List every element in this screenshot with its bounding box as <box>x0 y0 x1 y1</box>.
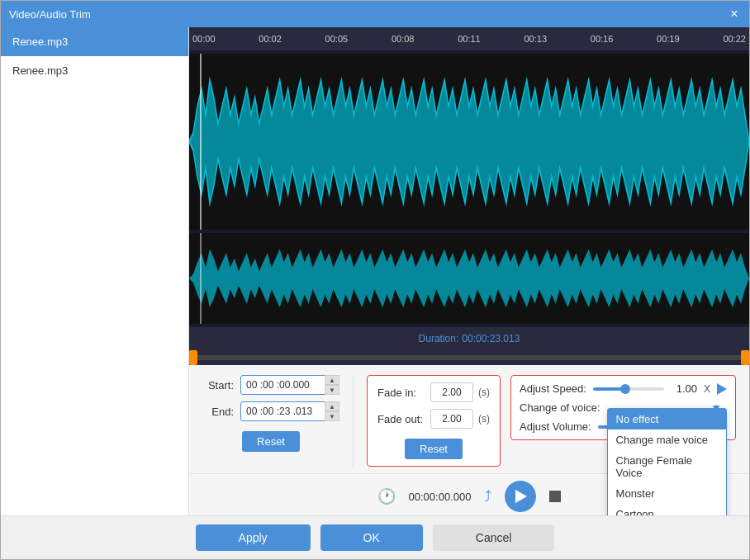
sidebar-item-0[interactable]: Renee.mp3 <box>1 27 188 56</box>
voice-option-no-effect[interactable]: No effect <box>608 409 726 429</box>
fade-out-row: Fade out: (s) <box>377 409 490 429</box>
fade-out-label: Fade out: <box>377 413 425 425</box>
voice-option-monster[interactable]: Monster <box>608 483 726 504</box>
speed-play-icon <box>717 383 727 395</box>
divider-1 <box>353 375 354 467</box>
ruler-mark-5: 00:13 <box>524 34 547 44</box>
voice-option-male[interactable]: Change male voice <box>608 429 726 450</box>
progress-bar-track <box>189 355 749 360</box>
speed-slider-thumb[interactable] <box>620 384 630 394</box>
speed-play-button[interactable] <box>717 383 727 395</box>
clock-icon: 🕐 <box>377 487 396 505</box>
sidebar-item-1[interactable]: Renee.mp3 <box>1 56 188 85</box>
voice-option-female[interactable]: Change Female Voice <box>608 450 726 483</box>
sidebar-item-label-0: Renee.mp3 <box>12 36 68 48</box>
sidebar: Renee.mp3 Renee.mp3 <box>1 27 189 515</box>
fade-in-row: Fade in: (s) <box>377 382 490 402</box>
right-section: Adjust Speed: 1.00 X <box>510 375 736 440</box>
close-button[interactable]: × <box>728 7 741 21</box>
ruler-mark-1: 00:02 <box>259 34 282 44</box>
start-end-section: Start: ▲ ▼ End: <box>202 375 339 452</box>
waveform-top <box>189 54 749 230</box>
progress-bar-container[interactable] <box>189 350 749 365</box>
trim-handle-right[interactable] <box>741 350 749 365</box>
end-spin-up[interactable]: ▲ <box>325 401 339 411</box>
speed-unit: X <box>704 383 710 395</box>
playback-time: 00:00:00.000 <box>409 491 472 503</box>
trim-handle-left[interactable] <box>189 350 197 365</box>
reset-fade-button[interactable]: Reset <box>405 439 463 459</box>
start-spin-up[interactable]: ▲ <box>325 375 339 385</box>
ruler-marks: 00:00 00:02 00:05 00:08 00:11 00:13 00:1… <box>192 34 746 44</box>
start-label: Start: <box>202 379 234 392</box>
fade-out-unit: (s) <box>478 413 490 425</box>
end-spin-buttons: ▲ ▼ <box>325 401 339 421</box>
sidebar-item-label-1: Renee.mp3 <box>12 64 68 77</box>
ok-button[interactable]: OK <box>320 524 423 551</box>
reset-start-end-button[interactable]: Reset <box>242 431 300 452</box>
speed-label: Adjust Speed: <box>520 382 586 395</box>
speed-row: Adjust Speed: 1.00 X <box>520 382 727 395</box>
timeline-ruler: 00:00 00:02 00:05 00:08 00:11 00:13 00:1… <box>189 27 749 50</box>
main-window: Video/Audio Trim × Renee.mp3 Renee.mp3 0… <box>0 0 750 560</box>
export-icon[interactable]: ⤴ <box>484 488 491 505</box>
fade-in-label: Fade in: <box>377 387 425 399</box>
fade-in-input[interactable] <box>430 382 473 402</box>
end-label: End: <box>202 406 234 418</box>
titlebar: Video/Audio Trim × <box>1 1 749 27</box>
bottom-panel: Start: ▲ ▼ End: <box>189 365 749 515</box>
duration-label: Duration: <box>419 333 459 344</box>
stop-button[interactable] <box>549 491 561 502</box>
duration-bar: Duration: 00:00:23.013 <box>189 327 749 350</box>
fade-out-input[interactable] <box>430 409 473 429</box>
start-spin-buttons: ▲ ▼ <box>325 375 339 395</box>
waveform-top-svg <box>189 54 749 230</box>
volume-label: Adjust Volume: <box>520 420 591 433</box>
voice-label: Change of voice: <box>520 401 600 414</box>
start-row: Start: ▲ ▼ <box>202 375 339 395</box>
fade-in-unit: (s) <box>478 387 490 398</box>
start-input-wrapper: ▲ ▼ <box>240 375 339 395</box>
cancel-button[interactable]: Cancel <box>433 524 555 551</box>
waveform-area <box>189 50 749 327</box>
ruler-mark-6: 00:16 <box>591 34 614 44</box>
main-area: 00:00 00:02 00:05 00:08 00:11 00:13 00:1… <box>189 27 749 515</box>
voice-dropdown: No effect Change male voice Change Femal… <box>607 408 727 516</box>
play-triangle-icon <box>515 490 527 503</box>
ruler-mark-0: 00:00 <box>192 34 216 44</box>
waveform-bottom-svg <box>189 233 749 324</box>
ruler-mark-7: 00:19 <box>657 34 680 44</box>
apply-button[interactable]: Apply <box>196 524 311 551</box>
window-title: Video/Audio Trim <box>9 8 91 21</box>
ruler-mark-2: 00:05 <box>325 34 349 44</box>
end-row: End: ▲ ▼ <box>202 401 339 421</box>
content-area: Renee.mp3 Renee.mp3 00:00 00:02 00:05 00… <box>1 27 749 515</box>
voice-dropdown-scroll: No effect Change male voice Change Femal… <box>608 409 726 516</box>
ruler-mark-3: 00:08 <box>392 34 415 44</box>
ruler-mark-8: 00:22 <box>723 34 746 44</box>
ruler-mark-4: 00:11 <box>458 34 481 44</box>
speed-value: 1.00 <box>671 382 697 395</box>
end-spin-down[interactable]: ▼ <box>325 411 339 421</box>
controls-row: Start: ▲ ▼ End: <box>189 365 749 473</box>
end-input-wrapper: ▲ ▼ <box>240 401 339 421</box>
play-button[interactable] <box>505 481 536 512</box>
start-spin-down[interactable]: ▼ <box>325 385 339 395</box>
voice-option-cartoon[interactable]: Cartoon <box>608 504 726 516</box>
fade-section: Fade in: (s) Fade out: (s) Reset <box>367 375 501 467</box>
waveform-bottom <box>189 233 749 324</box>
duration-value: 00:00:23.013 <box>462 333 520 344</box>
speed-slider[interactable] <box>593 387 664 391</box>
footer-buttons: Apply OK Cancel <box>1 515 749 559</box>
voice-row: Change of voice: No effect Change male v… <box>520 401 727 414</box>
